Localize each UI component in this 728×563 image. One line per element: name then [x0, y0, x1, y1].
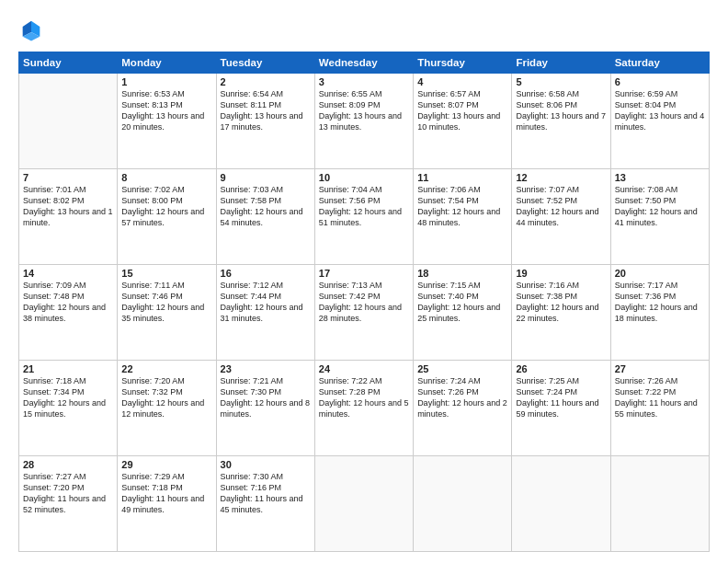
day-number: 9 — [221, 172, 311, 183]
day-number: 13 — [615, 172, 705, 183]
week-row-2: 7Sunrise: 7:01 AMSunset: 8:02 PMDaylight… — [19, 169, 710, 265]
cell-info: Sunrise: 6:57 AMSunset: 8:07 PMDaylight:… — [417, 88, 507, 133]
calendar-cell: 8Sunrise: 7:02 AMSunset: 8:00 PMDaylight… — [118, 169, 216, 265]
calendar-cell: 6Sunrise: 6:59 AMSunset: 8:04 PMDaylight… — [610, 74, 709, 169]
day-number: 18 — [417, 268, 507, 279]
cell-info: Sunrise: 7:18 AMSunset: 7:34 PMDaylight:… — [23, 375, 113, 420]
logo — [18, 17, 48, 42]
day-number: 12 — [516, 172, 606, 183]
day-number: 30 — [221, 459, 311, 470]
calendar-cell: 21Sunrise: 7:18 AMSunset: 7:34 PMDayligh… — [19, 361, 118, 456]
cell-info: Sunrise: 7:13 AMSunset: 7:42 PMDaylight:… — [319, 280, 409, 325]
day-number: 26 — [516, 363, 606, 374]
day-number: 24 — [319, 363, 409, 374]
weekday-header-thursday: Thursday — [414, 52, 512, 74]
calendar-cell: 19Sunrise: 7:16 AMSunset: 7:38 PMDayligh… — [512, 265, 610, 361]
day-number: 15 — [121, 268, 211, 279]
calendar-cell: 1Sunrise: 6:53 AMSunset: 8:13 PMDaylight… — [118, 74, 216, 169]
week-row-1: 1Sunrise: 6:53 AMSunset: 8:13 PMDaylight… — [19, 74, 710, 169]
day-number: 23 — [221, 363, 311, 374]
day-number: 20 — [615, 268, 705, 279]
day-number: 10 — [319, 172, 409, 183]
cell-info: Sunrise: 7:24 AMSunset: 7:26 PMDaylight:… — [417, 375, 507, 420]
cell-info: Sunrise: 7:02 AMSunset: 8:00 PMDaylight:… — [121, 184, 211, 229]
day-number: 4 — [417, 76, 507, 87]
calendar-cell: 5Sunrise: 6:58 AMSunset: 8:06 PMDaylight… — [512, 74, 610, 169]
cell-info: Sunrise: 7:17 AMSunset: 7:36 PMDaylight:… — [615, 280, 705, 325]
week-row-5: 28Sunrise: 7:27 AMSunset: 7:20 PMDayligh… — [19, 456, 710, 552]
calendar-cell: 17Sunrise: 7:13 AMSunset: 7:42 PMDayligh… — [314, 265, 413, 361]
cell-info: Sunrise: 7:30 AMSunset: 7:16 PMDaylight:… — [221, 471, 311, 516]
calendar-table: SundayMondayTuesdayWednesdayThursdayFrid… — [18, 52, 710, 552]
cell-info: Sunrise: 7:09 AMSunset: 7:48 PMDaylight:… — [23, 280, 113, 325]
day-number: 19 — [516, 268, 606, 279]
calendar-cell: 9Sunrise: 7:03 AMSunset: 7:58 PMDaylight… — [216, 169, 314, 265]
weekday-header-wednesday: Wednesday — [314, 52, 413, 74]
calendar-cell: 29Sunrise: 7:29 AMSunset: 7:18 PMDayligh… — [118, 456, 216, 552]
calendar-cell: 2Sunrise: 6:54 AMSunset: 8:11 PMDaylight… — [216, 74, 314, 169]
calendar-cell: 22Sunrise: 7:20 AMSunset: 7:32 PMDayligh… — [118, 361, 216, 456]
calendar-cell: 7Sunrise: 7:01 AMSunset: 8:02 PMDaylight… — [19, 169, 118, 265]
cell-info: Sunrise: 7:20 AMSunset: 7:32 PMDaylight:… — [121, 375, 211, 420]
cell-info: Sunrise: 6:55 AMSunset: 8:09 PMDaylight:… — [319, 88, 409, 133]
cell-info: Sunrise: 7:08 AMSunset: 7:50 PMDaylight:… — [615, 184, 705, 229]
cell-info: Sunrise: 7:21 AMSunset: 7:30 PMDaylight:… — [221, 375, 311, 420]
calendar-cell — [512, 456, 610, 552]
calendar-cell: 27Sunrise: 7:26 AMSunset: 7:22 PMDayligh… — [610, 361, 709, 456]
day-number: 14 — [23, 268, 113, 279]
calendar-cell: 26Sunrise: 7:25 AMSunset: 7:24 PMDayligh… — [512, 361, 610, 456]
calendar-cell: 18Sunrise: 7:15 AMSunset: 7:40 PMDayligh… — [414, 265, 512, 361]
calendar-cell — [414, 456, 512, 552]
cell-info: Sunrise: 7:16 AMSunset: 7:38 PMDaylight:… — [516, 280, 606, 325]
weekday-header-friday: Friday — [512, 52, 610, 74]
weekday-header-row: SundayMondayTuesdayWednesdayThursdayFrid… — [19, 52, 710, 74]
cell-info: Sunrise: 6:54 AMSunset: 8:11 PMDaylight:… — [221, 88, 311, 133]
cell-info: Sunrise: 7:26 AMSunset: 7:22 PMDaylight:… — [615, 375, 705, 420]
cell-info: Sunrise: 6:58 AMSunset: 8:06 PMDaylight:… — [516, 88, 606, 133]
cell-info: Sunrise: 7:01 AMSunset: 8:02 PMDaylight:… — [23, 184, 113, 229]
page: SundayMondayTuesdayWednesdayThursdayFrid… — [0, 0, 728, 563]
day-number: 21 — [23, 363, 113, 374]
calendar-cell: 16Sunrise: 7:12 AMSunset: 7:44 PMDayligh… — [216, 265, 314, 361]
day-number: 8 — [121, 172, 211, 183]
cell-info: Sunrise: 7:06 AMSunset: 7:54 PMDaylight:… — [417, 184, 507, 229]
day-number: 17 — [319, 268, 409, 279]
cell-info: Sunrise: 7:07 AMSunset: 7:52 PMDaylight:… — [516, 184, 606, 229]
calendar-cell — [314, 456, 413, 552]
week-row-4: 21Sunrise: 7:18 AMSunset: 7:34 PMDayligh… — [19, 361, 710, 456]
calendar-cell: 25Sunrise: 7:24 AMSunset: 7:26 PMDayligh… — [414, 361, 512, 456]
calendar-cell: 30Sunrise: 7:30 AMSunset: 7:16 PMDayligh… — [216, 456, 314, 552]
calendar-cell: 3Sunrise: 6:55 AMSunset: 8:09 PMDaylight… — [314, 74, 413, 169]
cell-info: Sunrise: 7:27 AMSunset: 7:20 PMDaylight:… — [23, 471, 113, 516]
cell-info: Sunrise: 6:59 AMSunset: 8:04 PMDaylight:… — [615, 88, 705, 133]
day-number: 7 — [23, 172, 113, 183]
calendar-cell: 13Sunrise: 7:08 AMSunset: 7:50 PMDayligh… — [610, 169, 709, 265]
calendar-cell: 12Sunrise: 7:07 AMSunset: 7:52 PMDayligh… — [512, 169, 610, 265]
header — [18, 17, 710, 42]
weekday-header-saturday: Saturday — [610, 52, 709, 74]
calendar-cell: 24Sunrise: 7:22 AMSunset: 7:28 PMDayligh… — [314, 361, 413, 456]
calendar-cell — [19, 74, 118, 169]
cell-info: Sunrise: 7:25 AMSunset: 7:24 PMDaylight:… — [516, 375, 606, 420]
day-number: 2 — [221, 76, 311, 87]
calendar-cell: 20Sunrise: 7:17 AMSunset: 7:36 PMDayligh… — [610, 265, 709, 361]
weekday-header-monday: Monday — [118, 52, 216, 74]
calendar-cell: 11Sunrise: 7:06 AMSunset: 7:54 PMDayligh… — [414, 169, 512, 265]
day-number: 16 — [221, 268, 311, 279]
calendar-cell: 10Sunrise: 7:04 AMSunset: 7:56 PMDayligh… — [314, 169, 413, 265]
calendar-cell: 14Sunrise: 7:09 AMSunset: 7:48 PMDayligh… — [19, 265, 118, 361]
cell-info: Sunrise: 7:04 AMSunset: 7:56 PMDaylight:… — [319, 184, 409, 229]
cell-info: Sunrise: 7:22 AMSunset: 7:28 PMDaylight:… — [319, 375, 409, 420]
cell-info: Sunrise: 7:29 AMSunset: 7:18 PMDaylight:… — [121, 471, 211, 516]
logo-icon — [18, 17, 44, 42]
day-number: 27 — [615, 363, 705, 374]
day-number: 3 — [319, 76, 409, 87]
day-number: 25 — [417, 363, 507, 374]
day-number: 6 — [615, 76, 705, 87]
calendar-cell — [610, 456, 709, 552]
day-number: 29 — [121, 459, 211, 470]
day-number: 22 — [121, 363, 211, 374]
cell-info: Sunrise: 7:12 AMSunset: 7:44 PMDaylight:… — [221, 280, 311, 325]
day-number: 5 — [516, 76, 606, 87]
calendar-cell: 4Sunrise: 6:57 AMSunset: 8:07 PMDaylight… — [414, 74, 512, 169]
